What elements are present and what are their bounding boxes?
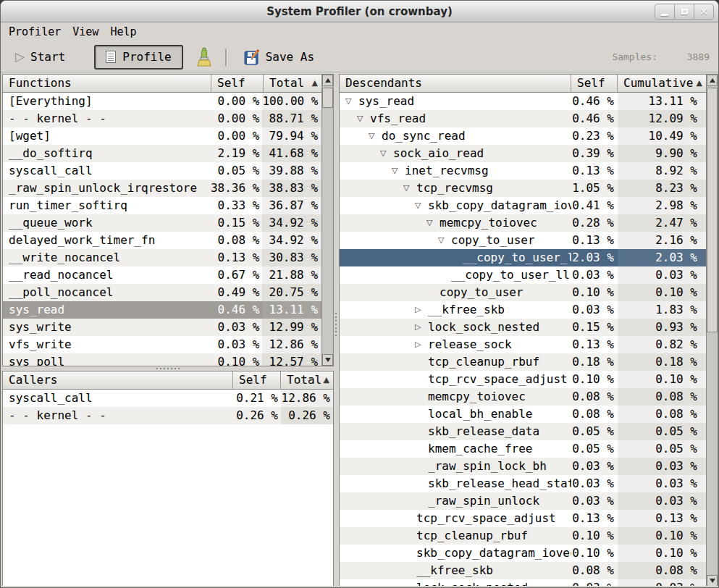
expander-closed-icon[interactable]: ▷ <box>415 336 428 353</box>
function-row[interactable]: __do_softirq2.19 %41.68 % <box>3 145 321 162</box>
expander-closed-icon[interactable]: ▷ <box>415 319 428 336</box>
descendant-tree-row[interactable]: ▷lock_sock_nested0.15 %0.93 % <box>340 319 706 336</box>
caller-name-cell: syscall_call <box>3 390 233 407</box>
descendant-tree-row[interactable]: copy_to_user0.10 %0.10 % <box>340 284 706 301</box>
descendant-tree-row[interactable]: ▽inet_recvmsg0.13 %8.92 % <box>340 162 706 180</box>
descendant-tree-row[interactable]: tcp_rcv_space_adjust0.13 %0.13 % <box>340 510 706 527</box>
cumulative-cell: 0.13 % <box>618 510 706 527</box>
function-row[interactable]: - - kernel - -0.00 %88.71 % <box>3 110 321 127</box>
descendants-cumulative-column-header[interactable]: Cumulative▲ <box>618 75 706 92</box>
descendant-tree-row[interactable]: kmem_cache_free0.05 %0.05 % <box>340 440 706 458</box>
function-row[interactable]: __write_nocancel0.13 %30.83 % <box>3 249 321 266</box>
descendant-tree-row[interactable]: __kfree_skb0.08 %0.08 % <box>340 562 706 579</box>
descendant-tree-row[interactable]: ▷__kfree_skb0.03 %1.83 % <box>340 301 706 319</box>
symbol-name: skb_release_data <box>428 423 539 440</box>
start-button-label: Start <box>30 50 65 64</box>
descendant-tree-row[interactable]: memcpy_toiovec0.08 %0.08 % <box>340 388 706 406</box>
profile-toggle-button[interactable]: Profile <box>94 45 182 70</box>
titlebar[interactable]: System Profiler (on crownbay) ✕ <box>1 1 718 22</box>
caller-row[interactable]: syscall_call0.21 %12.86 % <box>3 390 333 407</box>
descendant-tree-row[interactable]: _raw_spin_unlock0.03 %0.03 % <box>340 492 706 510</box>
menu-profiler[interactable]: Profiler <box>3 22 67 42</box>
symbol-name: __copy_to_user_ll <box>463 249 571 266</box>
expander-open-icon[interactable]: ▽ <box>403 180 416 197</box>
function-row[interactable]: sys_write0.03 %12.99 % <box>3 319 321 336</box>
descendant-tree-row[interactable]: skb_release_head_state0.03 %0.03 % <box>340 475 706 492</box>
descendants-self-column-header[interactable]: Self <box>571 75 618 92</box>
function-row[interactable]: [wget]0.00 %79.94 % <box>3 127 321 145</box>
expander-open-icon[interactable]: ▽ <box>438 232 451 249</box>
descendants-column-header[interactable]: Descendants <box>340 75 571 92</box>
descendant-tree-row[interactable]: tcp_cleanup_rbuf0.18 %0.18 % <box>340 353 706 371</box>
callers-total-column-header[interactable]: Total▲ <box>281 371 333 389</box>
descendant-tree-row[interactable]: ▽sys_read0.46 %13.11 % <box>340 93 706 110</box>
descendant-tree-row[interactable]: local_bh_enable0.08 %0.08 % <box>340 406 706 423</box>
descendant-tree-row[interactable]: __copy_to_user_ll0.03 %0.03 % <box>340 266 706 284</box>
descendant-tree-row[interactable]: ▽copy_to_user0.13 %2.16 % <box>340 232 706 249</box>
profile-document-icon <box>106 51 116 63</box>
function-row[interactable]: __queue_work0.15 %34.92 % <box>3 214 321 232</box>
function-row[interactable]: __poll_nocancel0.49 %20.75 % <box>3 284 321 301</box>
vertical-splitter[interactable] <box>334 74 339 587</box>
descendants-scrollbar[interactable] <box>706 75 718 587</box>
descendant-tree-row[interactable]: ▽sock_aio_read0.39 %9.90 % <box>340 145 706 162</box>
sort-asc-icon: ▲ <box>697 75 702 92</box>
functions-scrollbar[interactable] <box>321 75 333 366</box>
functions-self-column-header[interactable]: Self <box>211 75 264 92</box>
functions-column-header[interactable]: Functions <box>3 75 211 92</box>
function-row[interactable]: sys_poll0.10 %12.57 % <box>3 353 321 366</box>
save-as-button[interactable]: Save As <box>235 46 323 69</box>
scrollbar-down-button[interactable] <box>707 575 718 587</box>
close-button[interactable]: ✕ <box>694 4 714 20</box>
scrollbar-down-button[interactable] <box>322 354 333 366</box>
caller-row[interactable]: - - kernel - -0.26 %0.26 % <box>3 407 333 424</box>
function-row[interactable]: run_timer_softirq0.33 %36.87 % <box>3 197 321 214</box>
descendant-name-cell: _raw_spin_lock_bh <box>340 458 571 475</box>
expander-open-icon[interactable]: ▽ <box>415 197 428 214</box>
descendant-tree-row[interactable]: skb_release_data0.05 %0.05 % <box>340 423 706 440</box>
function-row[interactable]: delayed_work_timer_fn0.08 %34.92 % <box>3 232 321 249</box>
expander-open-icon[interactable]: ▽ <box>357 110 370 127</box>
menu-help[interactable]: Help <box>104 22 142 42</box>
function-row[interactable]: sys_read0.46 %13.11 % <box>3 301 321 319</box>
descendant-tree-row[interactable]: ▽vfs_read0.46 %12.09 % <box>340 110 706 127</box>
function-row[interactable]: [Everything]0.00 %100.00 % <box>3 93 321 110</box>
expander-open-icon[interactable]: ▽ <box>380 145 393 162</box>
menu-view[interactable]: View <box>67 22 104 42</box>
maximize-button[interactable] <box>674 4 694 20</box>
descendant-tree-row[interactable]: __copy_to_user_ll2.03 %2.03 % <box>340 249 706 266</box>
reset-brush-button[interactable] <box>192 46 216 69</box>
scrollbar-thumb[interactable] <box>707 88 718 332</box>
save-floppy-icon <box>244 49 260 65</box>
start-button[interactable]: ▷ Start <box>7 46 74 69</box>
descendant-tree-row[interactable]: ▽memcpy_toiovec0.28 %2.47 % <box>340 214 706 232</box>
expander-closed-icon[interactable]: ▷ <box>415 301 428 319</box>
function-row[interactable]: __read_nocancel0.67 %21.88 % <box>3 266 321 284</box>
functions-list: [Everything]0.00 %100.00 %- - kernel - -… <box>3 93 321 366</box>
descendant-tree-row[interactable]: skb_copy_datagram_iovec0.10 %0.10 % <box>340 545 706 562</box>
descendant-tree-row[interactable]: ▷release_sock0.13 %0.82 % <box>340 336 706 353</box>
symbol-name: tcp_cleanup_rbuf <box>416 527 528 545</box>
function-row[interactable]: vfs_write0.03 %12.86 % <box>3 336 321 353</box>
functions-total-column-header[interactable]: Total▲ <box>264 75 321 92</box>
function-row[interactable]: _raw_spin_unlock_irqrestore38.36 %38.83 … <box>3 180 321 197</box>
descendants-header: Descendants Self Cumulative▲ <box>340 75 706 93</box>
descendant-tree-row[interactable]: ▽tcp_recvmsg1.05 %8.23 % <box>340 180 706 197</box>
scrollbar-thumb[interactable] <box>322 88 333 108</box>
scrollbar-up-button[interactable] <box>322 75 333 86</box>
scrollbar-up-button[interactable] <box>707 75 718 86</box>
expander-open-icon[interactable]: ▽ <box>392 162 405 180</box>
callers-column-header[interactable]: Callers <box>3 371 233 389</box>
descendant-tree-row[interactable]: _raw_spin_lock_bh0.03 %0.03 % <box>340 458 706 475</box>
function-row[interactable]: syscall_call0.05 %39.88 % <box>3 162 321 180</box>
expander-open-icon[interactable]: ▽ <box>345 93 358 110</box>
expander-open-icon[interactable]: ▽ <box>369 127 382 145</box>
total-cell: 12.57 % <box>262 353 321 366</box>
descendant-tree-row[interactable]: tcp_cleanup_rbuf0.10 %0.10 % <box>340 527 706 545</box>
descendant-tree-row[interactable]: ▽skb_copy_datagram_iov…0.41 %2.98 % <box>340 197 706 214</box>
minimize-button[interactable] <box>655 4 675 20</box>
callers-self-column-header[interactable]: Self <box>233 371 281 389</box>
descendant-tree-row[interactable]: ▽do_sync_read0.23 %10.49 % <box>340 127 706 145</box>
descendant-tree-row[interactable]: tcp_rcv_space_adjust0.10 %0.10 % <box>340 371 706 388</box>
expander-open-icon[interactable]: ▽ <box>426 214 440 232</box>
